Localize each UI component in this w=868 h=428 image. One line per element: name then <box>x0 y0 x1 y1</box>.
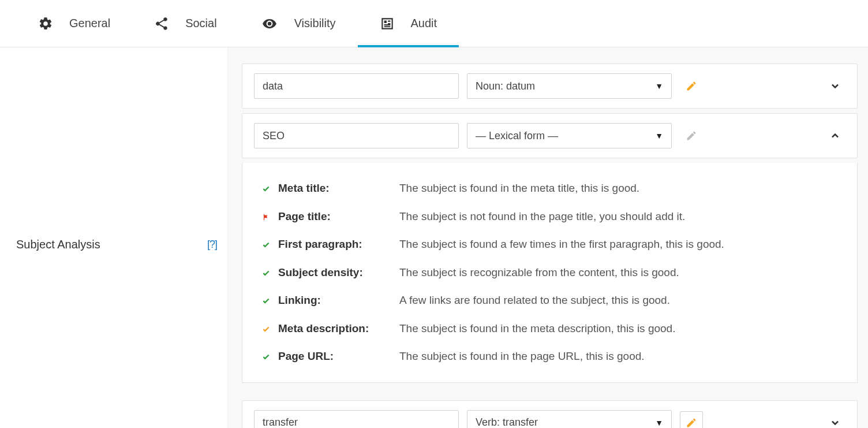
analysis-row: Page title: The subject is not found in … <box>262 209 840 225</box>
tab-general[interactable]: General <box>16 0 132 47</box>
analysis-label: Linking: <box>278 292 399 309</box>
analysis-desc: The subject is found in the meta title, … <box>399 180 840 197</box>
tab-label: Visibility <box>294 17 336 30</box>
pencil-icon <box>686 130 697 142</box>
help-link[interactable]: [?] <box>207 239 217 251</box>
collapse-button[interactable] <box>825 125 845 146</box>
edit-button[interactable] <box>680 75 703 98</box>
analysis-desc: The subject is not found in the page tit… <box>399 209 840 225</box>
content-column: Noun: datum ▼ — Lexical form — ▼ <box>228 47 868 428</box>
analysis-row: Meta description: The subject is found i… <box>262 321 840 337</box>
lexical-select[interactable]: — Lexical form — ▼ <box>467 123 672 148</box>
share-icon <box>154 16 169 31</box>
lexical-value: Verb: transfer <box>476 416 538 428</box>
subject-row: — Lexical form — ▼ <box>242 114 857 158</box>
edit-button[interactable] <box>680 411 703 429</box>
check-icon <box>262 185 278 193</box>
lexical-select[interactable]: Verb: transfer ▼ <box>467 410 672 429</box>
analysis-label: Page URL: <box>278 348 399 365</box>
side-column: Subject Analysis [?] <box>0 47 228 428</box>
gear-icon <box>38 16 53 31</box>
caret-down-icon: ▼ <box>655 131 663 140</box>
analysis-label: First paragraph: <box>278 236 399 253</box>
chevron-down-icon <box>829 417 841 429</box>
analysis-desc: The subject is recognizable from the con… <box>399 265 840 281</box>
subject-panel: — Lexical form — ▼ <box>242 113 858 158</box>
tab-social[interactable]: Social <box>132 0 238 47</box>
subject-input[interactable] <box>254 73 459 99</box>
audit-icon <box>380 16 395 31</box>
check-icon <box>262 353 278 361</box>
pencil-icon <box>686 80 697 92</box>
lexical-value: Noun: datum <box>476 80 535 92</box>
tab-label: Social <box>185 17 216 30</box>
eye-icon <box>261 16 278 31</box>
analysis-row: Meta title: The subject is found in the … <box>262 180 840 197</box>
pencil-icon <box>686 417 697 429</box>
expand-button[interactable] <box>825 76 845 96</box>
analysis-desc: The subject is found a few times in the … <box>399 236 840 253</box>
analysis-label: Page title: <box>278 209 399 225</box>
analysis-desc: The subject is found in the meta descrip… <box>399 321 840 337</box>
edit-button[interactable] <box>680 124 703 147</box>
analysis-label: Meta title: <box>278 180 399 197</box>
chevron-down-icon <box>829 80 841 92</box>
check-icon <box>262 297 278 305</box>
lexical-value: — Lexical form — <box>476 130 558 142</box>
expand-button[interactable] <box>825 412 845 429</box>
main-area: Subject Analysis [?] Noun: datum ▼ <box>0 47 868 428</box>
tab-label: Audit <box>411 17 437 30</box>
analysis-desc: The subject is found in the page URL, th… <box>399 348 840 365</box>
section-label: Subject Analysis <box>16 238 100 251</box>
analysis-row: First paragraph: The subject is found a … <box>262 236 840 253</box>
subject-panel: Noun: datum ▼ <box>242 64 858 109</box>
analysis-row: Subject density: The subject is recogniz… <box>262 265 840 281</box>
analysis-label: Meta description: <box>278 321 399 337</box>
subject-row: Noun: datum ▼ <box>242 64 857 108</box>
lexical-select[interactable]: Noun: datum ▼ <box>467 73 672 99</box>
caret-down-icon: ▼ <box>655 81 663 91</box>
analysis-panel: Meta title: The subject is found in the … <box>242 163 858 383</box>
check-icon <box>262 325 278 333</box>
flag-icon <box>262 213 278 221</box>
subject-input[interactable] <box>254 123 459 148</box>
tab-visibility[interactable]: Visibility <box>239 0 358 47</box>
analysis-desc: A few links are found related to the sub… <box>399 292 840 309</box>
analysis-label: Subject density: <box>278 265 399 281</box>
check-icon <box>262 241 278 249</box>
tab-label: General <box>69 17 110 30</box>
tab-bar: General Social Visibility Audit <box>0 0 868 47</box>
analysis-row: Linking: A few links are found related t… <box>262 292 840 309</box>
analysis-row: Page URL: The subject is found in the pa… <box>262 348 840 365</box>
caret-down-icon: ▼ <box>655 418 663 427</box>
chevron-up-icon <box>829 130 841 142</box>
subject-row: Verb: transfer ▼ <box>242 401 857 429</box>
subject-panel: Verb: transfer ▼ <box>242 400 858 429</box>
tab-audit[interactable]: Audit <box>358 0 459 47</box>
check-icon <box>262 269 278 277</box>
subject-input[interactable] <box>254 410 459 429</box>
